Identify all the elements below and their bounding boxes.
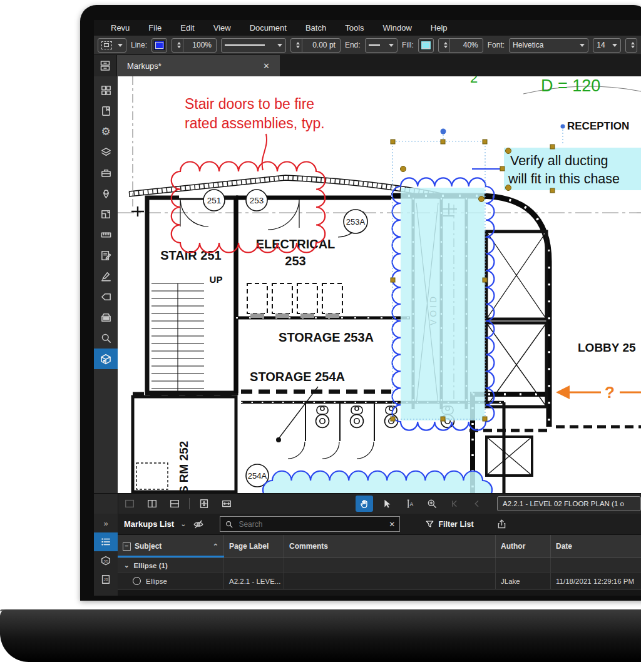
group-collapse-icon[interactable]: ⌄ <box>124 562 129 569</box>
single-pane-button[interactable] <box>121 496 138 512</box>
line-color-button[interactable] <box>151 38 167 53</box>
close-icon[interactable]: ✕ <box>263 61 270 71</box>
column-date[interactable]: Date <box>551 535 641 557</box>
room-label-lobby: LOBBY 25 <box>578 341 636 354</box>
line-end-dropdown[interactable] <box>365 38 397 53</box>
column-author[interactable]: Author <box>496 535 551 557</box>
previous-page-button[interactable] <box>468 496 486 512</box>
stepper-arrows[interactable] <box>175 39 183 52</box>
menu-tools[interactable]: Tools <box>336 20 373 36</box>
panel-title[interactable]: Markups List <box>124 519 174 529</box>
tab-markups[interactable]: Markups* ✕ <box>117 55 280 76</box>
markup-text-callout[interactable]: Verify all ducting will fit in this chas… <box>472 145 641 193</box>
fill-color-button[interactable] <box>418 38 434 53</box>
stroke-width-stepper[interactable]: 0.00 pt <box>290 38 341 53</box>
column-comments[interactable]: Comments <box>284 535 496 557</box>
file-access-button[interactable] <box>94 55 117 76</box>
sidebar-item-toolchest[interactable] <box>94 163 118 183</box>
line-width-stepper[interactable]: 100% <box>172 38 217 53</box>
select-tool-button[interactable] <box>378 496 396 512</box>
sidebar-item-bookmarks[interactable] <box>94 101 118 121</box>
column-subject[interactable]: − Subject ⌃ <box>118 535 224 557</box>
first-page-button[interactable] <box>446 496 463 512</box>
sidebar-item-search[interactable] <box>94 328 118 349</box>
zoom-tool-button[interactable] <box>423 496 441 512</box>
line-style-dropdown[interactable] <box>221 38 286 53</box>
clear-search-icon[interactable]: ✕ <box>389 520 395 529</box>
font-dropdown[interactable]: Helvetica <box>509 38 588 53</box>
hide-markups-eye-icon[interactable] <box>192 519 205 530</box>
clipped-row <box>118 589 641 596</box>
sidebar-item-properties[interactable]: ⚙ <box>94 121 118 142</box>
menu-edit[interactable]: Edit <box>171 20 203 36</box>
menu-window[interactable]: Window <box>374 20 421 36</box>
sidebar-item-markup-summary[interactable] <box>94 245 118 266</box>
group-subject-label: Ellipse (1) <box>133 562 167 569</box>
search-input[interactable] <box>237 519 385 529</box>
stepper-arrows[interactable] <box>629 39 637 52</box>
sidebar-item-sets[interactable] <box>94 307 118 328</box>
table-group-row-ellipse[interactable]: ⌄ Ellipse (1) <box>118 558 641 573</box>
rotate-handle[interactable] <box>441 129 446 135</box>
fill-opacity-stepper[interactable]: 40% <box>438 38 483 53</box>
chase-highlight-fill[interactable] <box>401 188 485 420</box>
marquee-select-icon <box>101 41 112 49</box>
panel-tab-markups-list[interactable] <box>94 532 118 551</box>
column-page-label[interactable]: Page Label <box>224 535 284 557</box>
table-row-ellipse[interactable]: Ellipse A2.2.1 - LEVE... JLake 11/18/202… <box>118 573 641 589</box>
chevron-down-icon <box>612 44 617 47</box>
toolbar-spacer <box>94 494 118 514</box>
door-tag-253: 253 <box>250 196 264 205</box>
sidebar-item-flags[interactable] <box>94 287 118 307</box>
markups-search-box[interactable]: ✕ <box>220 516 400 532</box>
pan-tool-button[interactable] <box>356 496 373 512</box>
font-size-value: 14 <box>597 41 605 49</box>
sidebar-item-places[interactable] <box>94 183 118 204</box>
menu-help[interactable]: Help <box>421 20 457 36</box>
menu-view[interactable]: View <box>204 20 240 36</box>
menu-batch[interactable]: Batch <box>296 20 336 36</box>
space-point-handle[interactable] <box>561 125 565 129</box>
font-size-dropdown[interactable]: 14 <box>593 38 621 53</box>
chevron-down-icon <box>389 44 394 47</box>
stepper-arrows[interactable] <box>294 39 302 52</box>
chevron-down-icon[interactable]: ⌄ <box>180 520 186 528</box>
panel-tab-javascript[interactable]: JS <box>94 570 118 589</box>
sidebar-item-thumbnails[interactable] <box>94 204 118 225</box>
pdf-document-view[interactable]: STAIR 251 UP ELECTRICAL 253 STORAGE 253A… <box>118 76 641 493</box>
arrow-question-label: ? <box>605 383 615 402</box>
menu-document[interactable]: Document <box>240 20 296 36</box>
page-navigation-field[interactable]: A2.2.1 - LEVEL 02 FLOOR PLAN (1 o <box>497 496 641 511</box>
line-width-value: 100% <box>187 41 212 49</box>
panel-tab-3d[interactable]: 3D <box>94 551 118 570</box>
line-style-sample <box>225 44 265 46</box>
fit-page-button[interactable] <box>195 496 213 512</box>
line-color-swatch <box>154 41 165 50</box>
tag-icon <box>100 291 112 303</box>
sidebar-item-measure[interactable] <box>94 225 118 245</box>
split-vertical-button[interactable] <box>143 496 161 512</box>
sidebar-item-dashboard[interactable] <box>94 80 118 101</box>
markup-orange-arrow[interactable]: ? <box>556 383 641 402</box>
expand-panel-button[interactable]: » <box>94 514 118 532</box>
markup-red-note[interactable]: Stair doors to be fire rated assemblies,… <box>185 96 325 170</box>
menu-file[interactable]: File <box>139 20 171 36</box>
split-horizontal-button[interactable] <box>166 496 183 512</box>
collapse-all-icon[interactable]: − <box>123 542 131 551</box>
stepper-arrows[interactable] <box>442 39 450 52</box>
menu-revu[interactable]: Revu <box>101 20 139 36</box>
filter-list-button[interactable]: Filter List <box>425 519 473 529</box>
tool-select-dropdown[interactable] <box>98 38 126 53</box>
export-share-icon[interactable] <box>496 519 507 529</box>
svg-text:3D: 3D <box>104 559 108 563</box>
fit-width-button[interactable] <box>218 496 235 512</box>
sidebar-item-spaces[interactable] <box>94 349 118 369</box>
bottom-highlight-fill[interactable] <box>263 471 492 493</box>
room-label-reception: RECEPTION <box>567 120 629 132</box>
sidebar-item-signatures[interactable] <box>94 266 118 287</box>
markup-green-dimension[interactable]: 2 D = 120 <box>470 76 600 95</box>
text-select-button[interactable]: A <box>401 496 418 512</box>
sidebar-item-layers[interactable] <box>94 142 118 163</box>
clipped-stepper[interactable] <box>625 38 637 53</box>
room-label-252: ER'S RM 252 <box>177 441 190 493</box>
